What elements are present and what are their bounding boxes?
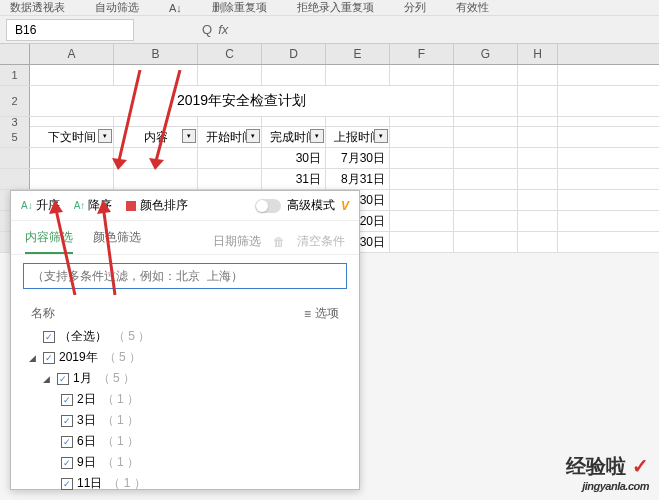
cell[interactable] [454, 190, 518, 210]
cell[interactable] [518, 86, 558, 116]
cell[interactable] [454, 86, 518, 116]
cell[interactable] [454, 211, 518, 231]
cell[interactable] [518, 65, 558, 85]
col-header-C[interactable]: C [198, 44, 262, 64]
checkbox[interactable] [61, 394, 73, 406]
name-box[interactable]: B16 [6, 19, 134, 41]
expander-icon[interactable]: ◢ [29, 353, 39, 363]
cell[interactable] [30, 117, 114, 127]
cell[interactable] [390, 232, 454, 252]
cell[interactable] [262, 65, 326, 85]
cell[interactable] [326, 117, 390, 127]
cell[interactable] [198, 148, 262, 168]
cell[interactable] [518, 148, 558, 168]
tab-date-filter[interactable]: 日期筛选 [213, 233, 261, 250]
tree-row-all[interactable]: （全选）（ 5 ） [29, 326, 347, 347]
cell[interactable] [198, 65, 262, 85]
cell[interactable] [518, 190, 558, 210]
col-header-F[interactable]: F [390, 44, 454, 64]
tree-row-day[interactable]: 9日（ 1 ） [29, 452, 347, 473]
cell[interactable] [454, 65, 518, 85]
cell[interactable] [454, 232, 518, 252]
cell[interactable] [454, 117, 518, 127]
cell[interactable] [30, 169, 114, 189]
row-header-3[interactable]: 3 [0, 117, 30, 127]
auto-filter-btn[interactable]: 自动筛选 [95, 0, 139, 15]
options-link[interactable]: 选项 [315, 305, 339, 322]
cell[interactable] [114, 169, 198, 189]
header-cell-start[interactable]: 开始时间▾ [198, 127, 262, 147]
col-header-A[interactable]: A [30, 44, 114, 64]
filter-dropdown-icon[interactable]: ▾ [246, 129, 260, 143]
tree-row-year[interactable]: ◢2019年（ 5 ） [29, 347, 347, 368]
cell[interactable] [454, 127, 518, 147]
header-cell-end[interactable]: 完成时间▾ [262, 127, 326, 147]
cell[interactable] [326, 65, 390, 85]
title-cell[interactable]: 2019年安全检查计划 [30, 86, 454, 116]
tab-color-filter[interactable]: 颜色筛选 [93, 229, 141, 254]
cell[interactable] [518, 117, 558, 127]
fx-icon[interactable]: fx [218, 22, 228, 37]
remove-dup-btn[interactable]: 删除重复项 [212, 0, 267, 15]
col-header-B[interactable]: B [114, 44, 198, 64]
tree-row-month[interactable]: ◢1月（ 5 ） [29, 368, 347, 389]
clear-conditions-link[interactable]: 清空条件 [297, 233, 345, 250]
col-header-E[interactable]: E [326, 44, 390, 64]
cell[interactable] [390, 169, 454, 189]
sort-asc-button[interactable]: A↓升序 [21, 197, 60, 214]
row-header[interactable] [0, 148, 30, 168]
tree-row-day[interactable]: 11日（ 1 ） [29, 473, 347, 494]
validation-btn[interactable]: 有效性 [456, 0, 489, 15]
cell[interactable]: 7月30日 [326, 148, 390, 168]
cell[interactable] [390, 65, 454, 85]
checkbox[interactable] [61, 457, 73, 469]
col-header-D[interactable]: D [262, 44, 326, 64]
cell[interactable] [390, 211, 454, 231]
select-all-corner[interactable] [0, 44, 30, 64]
cell[interactable] [454, 169, 518, 189]
checkbox[interactable] [61, 415, 73, 427]
col-header-H[interactable]: H [518, 44, 558, 64]
split-col-btn[interactable]: 分列 [404, 0, 426, 15]
filter-dropdown-icon[interactable]: ▾ [310, 129, 324, 143]
cell[interactable] [30, 65, 114, 85]
cell[interactable] [518, 169, 558, 189]
header-cell-downtime[interactable]: 下文时间▾ [30, 127, 114, 147]
row-header-5[interactable]: 5 [0, 127, 30, 147]
cell[interactable] [390, 148, 454, 168]
tree-row-day[interactable]: 6日（ 1 ） [29, 431, 347, 452]
filter-dropdown-icon[interactable]: ▾ [182, 129, 196, 143]
cell[interactable] [390, 117, 454, 127]
cell[interactable] [390, 127, 454, 147]
advanced-mode-toggle[interactable]: 高级模式V [255, 197, 349, 214]
cell[interactable] [198, 117, 262, 127]
sort-btn[interactable]: A↓ [169, 2, 182, 14]
search-icon[interactable]: Q [202, 22, 212, 37]
cell[interactable] [114, 65, 198, 85]
row-header-1[interactable]: 1 [0, 65, 30, 85]
header-cell-content[interactable]: 内容▾ [114, 127, 198, 147]
checkbox[interactable] [43, 331, 55, 343]
pivot-table-btn[interactable]: 数据透视表 [10, 0, 65, 15]
filter-dropdown-icon[interactable]: ▾ [374, 129, 388, 143]
cell[interactable]: 8月31日 [326, 169, 390, 189]
checkbox[interactable] [61, 436, 73, 448]
filter-search-input[interactable] [23, 263, 347, 289]
col-header-G[interactable]: G [454, 44, 518, 64]
reject-dup-btn[interactable]: 拒绝录入重复项 [297, 0, 374, 15]
checkbox[interactable] [61, 478, 73, 490]
filter-dropdown-icon[interactable]: ▾ [98, 129, 112, 143]
tree-row-day[interactable]: 2日（ 1 ） [29, 389, 347, 410]
sort-desc-button[interactable]: A↑降序 [74, 197, 113, 214]
cell[interactable] [30, 148, 114, 168]
tab-content-filter[interactable]: 内容筛选 [25, 229, 73, 254]
color-sort-button[interactable]: 颜色排序 [126, 197, 188, 214]
cell[interactable] [518, 127, 558, 147]
cell[interactable] [454, 148, 518, 168]
tree-row-day[interactable]: 3日（ 1 ） [29, 410, 347, 431]
checkbox[interactable] [57, 373, 69, 385]
cell[interactable] [198, 169, 262, 189]
cell[interactable] [114, 148, 198, 168]
row-header[interactable] [0, 169, 30, 189]
expander-icon[interactable]: ◢ [43, 374, 53, 384]
